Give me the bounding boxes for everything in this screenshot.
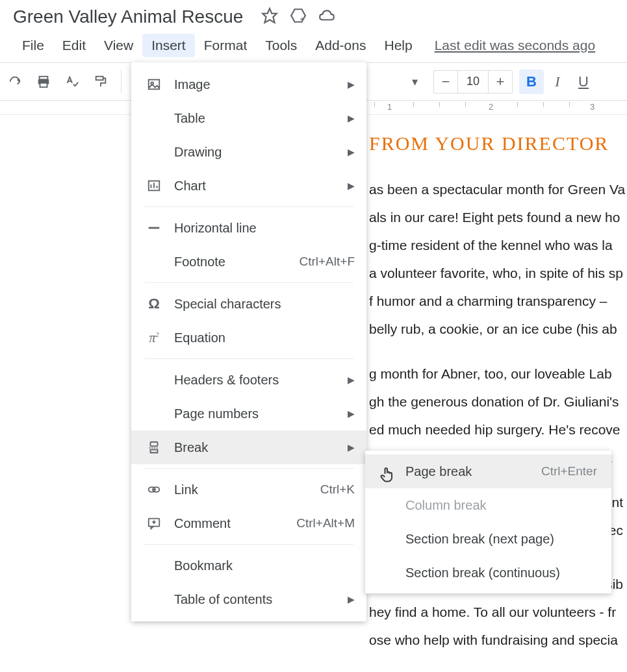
- link-icon: [144, 482, 164, 497]
- break-submenu-item-column-break: Column break: [365, 488, 611, 522]
- document-line: g month for Abner, too, our loveable Lab: [369, 360, 627, 388]
- ruler-mark: 2: [489, 102, 493, 112]
- menu-item-shortcut: Ctrl+Alt+F: [299, 255, 355, 269]
- break-submenu-popup: Page breakCtrl+EnterColumn breakSection …: [365, 451, 611, 593]
- menu-item-label: Table: [174, 111, 341, 126]
- insert-menu-item-image[interactable]: Image▶: [131, 68, 366, 101]
- submenu-arrow-icon: ▶: [348, 375, 355, 385]
- insert-menu-item-special-characters[interactable]: ΩSpecial characters: [131, 287, 366, 321]
- menu-insert[interactable]: Insert: [142, 34, 195, 57]
- menu-item-label: Drawing: [174, 145, 341, 160]
- insert-menu-item-headers-footers[interactable]: Headers & footers▶: [131, 363, 366, 397]
- submenu-arrow-icon: ▶: [348, 147, 355, 157]
- menu-edit[interactable]: Edit: [53, 34, 95, 57]
- menu-item-label: Chart: [174, 179, 341, 193]
- menu-file[interactable]: File: [13, 34, 53, 57]
- menu-separator: [144, 282, 353, 283]
- pi-icon: π2: [144, 330, 164, 345]
- document-line: gh the generous donation of Dr. Giuliani…: [369, 388, 627, 416]
- break-submenu-item-section-break-continuous-[interactable]: Section break (continuous): [365, 556, 611, 590]
- menu-help[interactable]: Help: [375, 34, 421, 57]
- svg-rect-6: [149, 80, 160, 90]
- toolbar-separator: [121, 71, 122, 93]
- submenu-item-label: Section break (next page): [405, 532, 597, 547]
- document-line: ed much needed hip surgery. He's recove: [369, 416, 627, 443]
- insert-menu-item-table[interactable]: Table▶: [131, 101, 366, 135]
- menu-separator: [144, 468, 353, 469]
- menu-separator: [144, 544, 353, 545]
- menu-separator: [144, 206, 353, 207]
- menu-item-label: Equation: [174, 330, 355, 345]
- submenu-arrow-icon: ▶: [348, 113, 355, 123]
- image-icon: [144, 77, 164, 92]
- menu-view[interactable]: View: [95, 34, 142, 57]
- menu-tools[interactable]: Tools: [256, 34, 306, 57]
- title-icons: +: [261, 7, 335, 27]
- title-bar: Green Valley Animal Rescue +: [0, 0, 627, 30]
- spellcheck-icon[interactable]: [60, 69, 84, 94]
- insert-menu-item-equation[interactable]: π2Equation: [131, 321, 366, 355]
- font-size-decrease[interactable]: −: [434, 70, 457, 93]
- break-submenu-item-section-break-next-page-[interactable]: Section break (next page): [365, 522, 611, 556]
- svg-rect-5: [96, 76, 103, 80]
- document-line: as been a spectacular month for Green Va: [369, 175, 627, 203]
- insert-menu-item-chart[interactable]: Chart▶: [131, 169, 366, 203]
- submenu-arrow-icon: ▶: [348, 442, 355, 453]
- svg-rect-4: [40, 82, 47, 86]
- last-edit-link[interactable]: Last edit was seconds ago: [435, 38, 596, 53]
- menu-item-shortcut: Ctrl+K: [320, 482, 355, 497]
- menu-item-label: Page numbers: [174, 406, 341, 421]
- font-size-increase[interactable]: +: [489, 70, 512, 93]
- font-dropdown-caret[interactable]: ▾: [402, 69, 427, 94]
- comment-icon: [144, 516, 164, 530]
- insert-menu-item-bookmark[interactable]: Bookmark: [131, 549, 366, 582]
- insert-menu-item-horizontal-line[interactable]: Horizontal line: [131, 211, 366, 245]
- omega-icon: Ω: [144, 295, 164, 312]
- document-line: a volunteer favorite, who, in spite of h…: [369, 259, 627, 287]
- menu-addons[interactable]: Add-ons: [306, 34, 375, 57]
- menu-item-shortcut: Ctrl+Alt+M: [296, 516, 355, 530]
- underline-button[interactable]: U: [571, 69, 596, 94]
- break-icon: [144, 440, 164, 454]
- font-size-control: − 10 +: [433, 70, 513, 93]
- submenu-arrow-icon: ▶: [348, 180, 355, 191]
- insert-menu-item-comment[interactable]: CommentCtrl+Alt+M: [131, 506, 366, 540]
- submenu-item-label: Section break (continuous): [405, 566, 597, 580]
- menu-item-label: Headers & footers: [174, 373, 341, 388]
- insert-menu-item-break[interactable]: Break▶: [131, 430, 366, 464]
- document-line: g-time resident of the kennel who was la: [369, 231, 627, 259]
- menu-separator: [144, 358, 353, 359]
- document-title[interactable]: Green Valley Animal Rescue: [13, 6, 243, 27]
- break-submenu-item-page-break[interactable]: Page breakCtrl+Enter: [365, 454, 611, 488]
- menu-item-label: Image: [174, 77, 341, 92]
- drive-move-icon[interactable]: +: [290, 7, 307, 27]
- submenu-arrow-icon: ▶: [348, 79, 355, 90]
- insert-menu-item-page-numbers[interactable]: Page numbers▶: [131, 397, 366, 430]
- font-size-value[interactable]: 10: [457, 71, 489, 93]
- insert-menu-item-table-of-contents[interactable]: Table of contents▶: [131, 582, 366, 616]
- document-line: f humor and a charming transparency –: [369, 287, 627, 315]
- redo-icon[interactable]: [3, 69, 27, 94]
- italic-button[interactable]: I: [545, 69, 570, 94]
- document-line: ose who help with fundraising and specia: [369, 626, 627, 654]
- insert-menu-item-footnote[interactable]: FootnoteCtrl+Alt+F: [131, 245, 366, 279]
- paint-format-icon[interactable]: [88, 69, 113, 94]
- cloud-status-icon[interactable]: [318, 7, 335, 27]
- menu-item-label: Horizontal line: [174, 221, 355, 236]
- svg-text:+: +: [300, 14, 305, 24]
- submenu-item-label: Column break: [405, 498, 597, 513]
- insert-menu-item-drawing[interactable]: Drawing▶: [131, 135, 366, 169]
- submenu-arrow-icon: ▶: [348, 408, 355, 419]
- chart-icon: [144, 179, 164, 193]
- print-icon[interactable]: [31, 69, 56, 94]
- menu-item-label: Link: [174, 482, 320, 497]
- hr-icon: [144, 221, 164, 235]
- insert-menu-popup: Image▶Table▶Drawing▶Chart▶Horizontal lin…: [131, 62, 366, 621]
- insert-menu-item-link[interactable]: LinkCtrl+K: [131, 473, 366, 506]
- bold-button[interactable]: B: [519, 69, 544, 94]
- pointer-cursor-icon: [378, 466, 396, 484]
- submenu-item-shortcut: Ctrl+Enter: [541, 464, 597, 479]
- star-icon[interactable]: [261, 7, 278, 27]
- menu-format[interactable]: Format: [195, 34, 257, 57]
- menu-item-label: Comment: [174, 516, 296, 531]
